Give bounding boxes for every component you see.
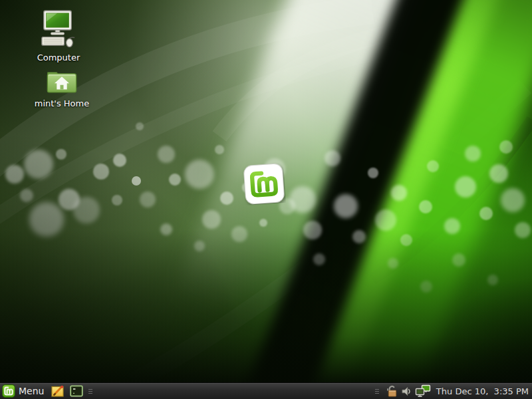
bokeh-circle [489, 164, 508, 183]
menu-label: Menu [19, 386, 44, 396]
bokeh-circle [158, 146, 175, 163]
bokeh-circle [313, 253, 325, 265]
desktop-icon-label: mint's Home [30, 98, 94, 108]
bokeh-circle [419, 200, 432, 213]
bokeh-circle [113, 154, 126, 167]
bokeh-circle [29, 202, 64, 237]
bokeh-circle [56, 149, 66, 160]
bokeh-circle [420, 281, 432, 293]
bokeh-circle [289, 186, 316, 213]
bokeh-circle [487, 275, 498, 285]
computer-icon [39, 9, 78, 49]
desktop-icon-label: Computer [27, 53, 90, 63]
linux-mint-logo-badge [242, 162, 286, 205]
bokeh-circle [215, 145, 224, 154]
taskbar-right: Thu Dec 10, 3:35 PM [371, 383, 532, 399]
bokeh-circle [334, 194, 358, 218]
mint-menu-icon [2, 384, 15, 398]
taskbar-left: Menu [0, 383, 96, 399]
desktop-icon-computer[interactable]: Computer [27, 9, 90, 63]
bokeh-circle [515, 222, 531, 238]
bokeh-circle [73, 197, 100, 223]
bokeh-circle [501, 188, 525, 212]
bokeh-circle [140, 192, 156, 207]
bokeh-circle [352, 230, 366, 243]
bokeh-circle [24, 150, 53, 179]
bokeh-circle [455, 176, 476, 198]
bokeh-circle [368, 168, 378, 178]
menu-button[interactable]: Menu [0, 383, 47, 399]
mint-lm-icon [242, 162, 286, 205]
panel-applet-handle[interactable] [88, 389, 92, 394]
bokeh-circle [132, 176, 141, 186]
bokeh-circle [375, 209, 396, 231]
bokeh-circle [499, 140, 513, 154]
terminal-icon [70, 384, 83, 398]
terminal-launcher-button[interactable] [68, 384, 84, 398]
bokeh-circle [465, 146, 481, 162]
bokeh-circle [388, 258, 398, 269]
bokeh-circle [325, 150, 340, 166]
volume-icon[interactable] [401, 386, 412, 397]
bokeh-circle [452, 253, 466, 267]
bokeh-circle [169, 174, 181, 186]
clock[interactable]: Thu Dec 10, 3:35 PM [436, 386, 529, 396]
bokeh-circle [112, 195, 122, 205]
network-icon[interactable] [415, 384, 431, 398]
bokeh-circle [231, 226, 247, 242]
bokeh-circle [400, 234, 412, 246]
bokeh-circle [479, 207, 493, 220]
bokeh-circle [391, 185, 407, 201]
bokeh-circle [136, 122, 144, 130]
notes-launcher-button[interactable] [50, 384, 66, 398]
bokeh-circle [185, 160, 214, 189]
bokeh-circle [20, 189, 33, 202]
desktop-icon-home[interactable]: mint's Home [30, 66, 94, 108]
bokeh-circle [220, 192, 233, 205]
bokeh-circle [303, 221, 322, 239]
bokeh-circle [444, 218, 460, 234]
home-folder-icon [45, 66, 78, 95]
taskbar: Menu [0, 382, 532, 399]
bokeh-circle [93, 164, 109, 180]
bokeh-circle [259, 219, 267, 227]
tray-handle[interactable] [375, 389, 379, 394]
desktop-wallpaper: Computer mint's Home [0, 0, 532, 382]
bokeh-circle [194, 241, 205, 251]
bokeh-circle [5, 165, 24, 184]
screensaver-lock-icon[interactable] [386, 385, 398, 398]
notes-icon [51, 384, 65, 398]
bokeh-circle [160, 223, 172, 235]
bokeh-circle [427, 160, 439, 172]
bokeh-circle [202, 210, 221, 229]
